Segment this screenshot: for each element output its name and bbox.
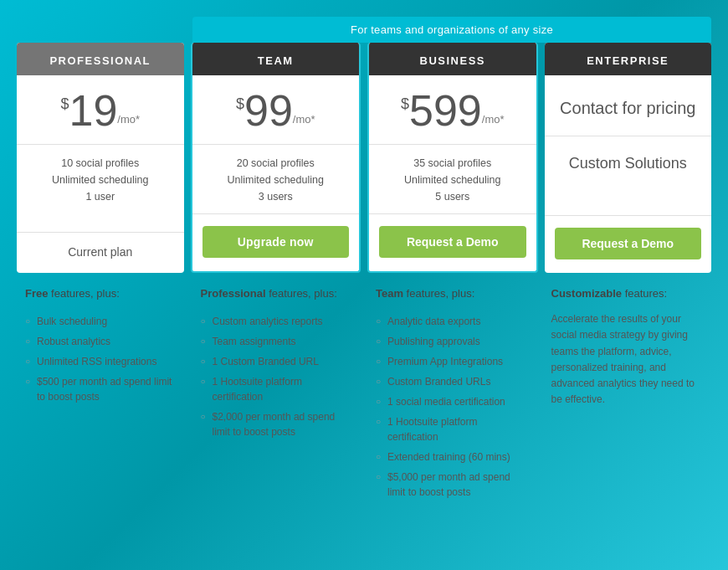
price-amount-business: 599: [409, 89, 482, 132]
list-item: 1 social media certification: [376, 392, 528, 412]
list-item: 1 Custom Branded URL: [201, 352, 353, 372]
details-text-business: 35 social profilesUnlimited scheduling5 …: [379, 155, 526, 205]
list-item: Robust analytics: [25, 331, 177, 352]
card-header-professional: PROFESSIONAL: [17, 43, 184, 75]
feature-title-professional: Professional features, plus:: [201, 286, 353, 301]
list-item: Analytic data exports: [376, 311, 528, 331]
team-banner: For teams and organizations of any size: [192, 17, 711, 43]
upgrade-button-team[interactable]: Upgrade now: [203, 226, 350, 258]
action-business: Request a Demo: [369, 214, 536, 271]
feature-col-enterprise: Customizable features: Accelerate the re…: [543, 286, 712, 502]
list-item: $5,000 per month ad spend limit to boost…: [376, 467, 528, 502]
price-period-business: /mo*: [482, 113, 505, 126]
current-plan-text: Current plan: [68, 245, 132, 259]
feature-list-free: Bulk scheduling Robust analytics Unlimit…: [25, 311, 177, 407]
list-item: Bulk scheduling: [25, 311, 177, 331]
list-item: Premium App Integrations: [376, 352, 528, 372]
card-header-enterprise: ENTERPRISE: [545, 43, 712, 75]
feature-col-free: Free features, plus: Bulk scheduling Rob…: [17, 286, 186, 502]
price-period-team: /mo*: [293, 113, 315, 126]
custom-solutions-text: Custom Solutions: [555, 155, 702, 172]
price-dollar-business: $: [401, 95, 409, 113]
plan-name-professional: PROFESSIONAL: [25, 54, 176, 67]
features-row: Free features, plus: Bulk scheduling Rob…: [17, 286, 711, 502]
price-dollar-team: $: [236, 95, 244, 113]
price-period-professional: /mo*: [117, 113, 140, 126]
feature-col-team: Team features, plus: Analytic data expor…: [367, 286, 536, 502]
card-professional: PROFESSIONAL $ 19 /mo* 10 social profile…: [17, 43, 184, 273]
price-display-business: $ 599 /mo*: [379, 89, 526, 132]
price-amount-team: 99: [244, 89, 293, 132]
plan-name-business: BUSINESS: [377, 54, 528, 67]
price-contact-enterprise: Contact for pricing: [555, 97, 702, 119]
details-section-enterprise: Custom Solutions: [545, 136, 712, 216]
card-header-business: BUSINESS: [369, 43, 536, 75]
list-item: Publishing approvals: [376, 331, 528, 352]
list-item: Custom Branded URLs: [376, 372, 528, 392]
list-item: Custom analytics reports: [201, 311, 353, 331]
price-section-professional: $ 19 /mo*: [17, 75, 184, 145]
plan-name-enterprise: ENTERPRISE: [553, 54, 704, 67]
list-item: Team assignments: [201, 331, 353, 352]
card-header-team: TEAM: [192, 43, 360, 75]
details-text-professional: 10 social profilesUnlimited scheduling1 …: [27, 155, 174, 205]
card-business: BUSINESS $ 599 /mo* 35 social profilesUn…: [367, 43, 538, 273]
list-item: $500 per month ad spend limit to boost p…: [25, 372, 177, 407]
feature-title-team: Team features, plus:: [376, 286, 528, 301]
price-amount-professional: 19: [69, 89, 117, 132]
price-section-business: $ 599 /mo*: [369, 75, 536, 145]
details-text-team: 20 social profilesUnlimited scheduling3 …: [203, 155, 350, 205]
pricing-wrapper: For teams and organizations of any size …: [17, 17, 711, 502]
price-dollar-professional: $: [60, 95, 69, 113]
feature-title-free: Free features, plus:: [25, 286, 177, 301]
demo-button-business[interactable]: Request a Demo: [379, 226, 526, 258]
details-section-professional: 10 social profilesUnlimited scheduling1 …: [17, 145, 184, 233]
plan-name-team: TEAM: [201, 54, 351, 67]
action-professional: Current plan: [17, 233, 184, 273]
action-enterprise: Request a Demo: [545, 216, 712, 273]
feature-col-professional: Professional features, plus: Custom anal…: [192, 286, 361, 502]
list-item: Unlimited RSS integrations: [25, 352, 177, 372]
banner-text: For teams and organizations of any size: [351, 23, 553, 36]
cards-row: PROFESSIONAL $ 19 /mo* 10 social profile…: [17, 43, 711, 273]
price-display-professional: $ 19 /mo*: [27, 89, 174, 132]
feature-list-team: Analytic data exports Publishing approva…: [376, 311, 528, 502]
price-section-enterprise: Contact for pricing: [545, 75, 712, 136]
list-item: 1 Hootsuite platform certification: [201, 372, 353, 407]
price-section-team: $ 99 /mo*: [192, 75, 360, 145]
action-team: Upgrade now: [192, 214, 360, 271]
price-display-team: $ 99 /mo*: [203, 89, 350, 132]
demo-button-enterprise[interactable]: Request a Demo: [555, 228, 702, 259]
card-enterprise: ENTERPRISE Contact for pricing Custom So…: [545, 43, 712, 273]
feature-list-professional: Custom analytics reports Team assignment…: [201, 311, 353, 442]
details-section-team: 20 social profilesUnlimited scheduling3 …: [192, 145, 360, 214]
list-item: 1 Hootsuite platform certification: [376, 412, 528, 447]
details-section-business: 35 social profilesUnlimited scheduling5 …: [369, 145, 536, 214]
enterprise-description: Accelerate the results of your social me…: [551, 311, 704, 408]
feature-title-enterprise: Customizable features:: [551, 286, 704, 301]
list-item: $2,000 per month ad spend limit to boost…: [201, 407, 353, 442]
list-item: Extended training (60 mins): [376, 447, 528, 467]
card-team: TEAM $ 99 /mo* 20 social profilesUnlimit…: [191, 43, 361, 273]
